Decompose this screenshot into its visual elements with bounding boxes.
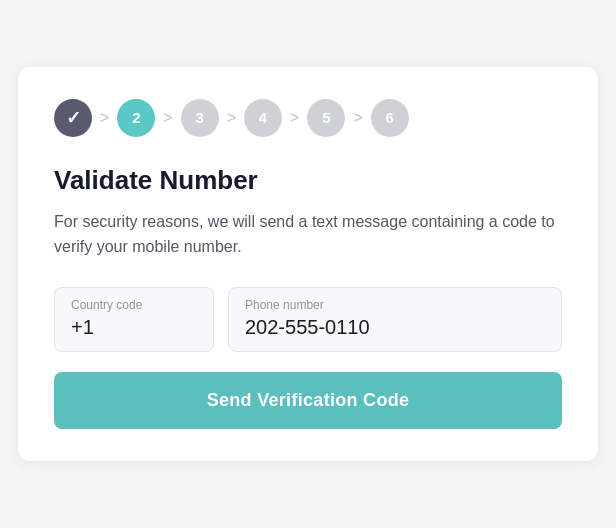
page-title: Validate Number <box>54 165 562 196</box>
phone-number-label: Phone number <box>245 298 545 312</box>
country-code-field[interactable]: Country code +1 <box>54 287 214 352</box>
step-2-label: 2 <box>132 109 140 126</box>
step-2[interactable]: 2 <box>117 99 155 137</box>
send-verification-button[interactable]: Send Verification Code <box>54 372 562 429</box>
chevron-icon-2: > <box>163 109 172 127</box>
step-1[interactable]: ✓ <box>54 99 92 137</box>
step-4-label: 4 <box>259 109 267 126</box>
step-6-label: 6 <box>386 109 394 126</box>
step-3-label: 3 <box>196 109 204 126</box>
stepper: ✓ > 2 > 3 > 4 > 5 > 6 <box>54 99 562 137</box>
country-code-label: Country code <box>71 298 197 312</box>
step-4[interactable]: 4 <box>244 99 282 137</box>
chevron-icon-4: > <box>290 109 299 127</box>
checkmark-icon: ✓ <box>66 107 81 129</box>
step-3[interactable]: 3 <box>181 99 219 137</box>
phone-number-field[interactable]: Phone number 202-555-0110 <box>228 287 562 352</box>
chevron-icon-3: > <box>227 109 236 127</box>
step-5-label: 5 <box>322 109 330 126</box>
step-6[interactable]: 6 <box>371 99 409 137</box>
chevron-icon-5: > <box>353 109 362 127</box>
country-code-value: +1 <box>71 316 197 339</box>
phone-number-value: 202-555-0110 <box>245 316 545 339</box>
page-description: For security reasons, we will send a tex… <box>54 210 562 260</box>
step-5[interactable]: 5 <box>307 99 345 137</box>
fields-row: Country code +1 Phone number 202-555-011… <box>54 287 562 352</box>
chevron-icon-1: > <box>100 109 109 127</box>
main-card: ✓ > 2 > 3 > 4 > 5 > 6 Validate Number Fo… <box>18 67 598 462</box>
